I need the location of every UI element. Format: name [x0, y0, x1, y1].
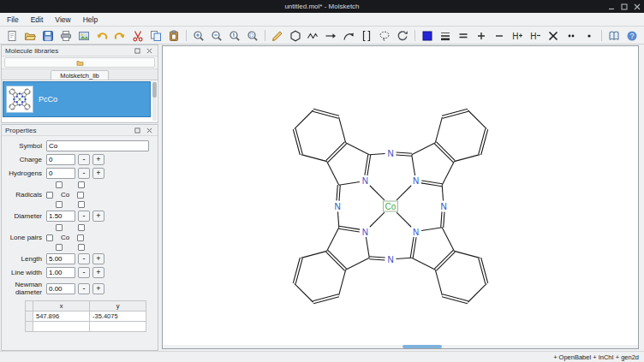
newman-decrement-button[interactable]: -	[78, 283, 90, 294]
radical-checkbox-left[interactable]	[46, 192, 53, 199]
coord-y-value[interactable]: -35.4075	[90, 312, 146, 322]
radical-checkbox-top-right[interactable]	[78, 181, 85, 188]
document-print-button[interactable]	[57, 28, 75, 44]
charge-plus-button[interactable]	[473, 28, 490, 44]
reaction-arrow-tool-button[interactable]	[322, 28, 339, 44]
line-width-row: Line width - +	[2, 267, 153, 278]
line-width-button[interactable]	[437, 28, 454, 44]
lone-pair-tool-button[interactable]	[563, 28, 580, 44]
undo-button[interactable]	[93, 28, 110, 44]
lone-pair-checkbox-right[interactable]	[77, 234, 84, 241]
diameter-input[interactable]	[46, 211, 75, 222]
library-list: PcCo	[2, 80, 158, 122]
radical-checkbox-right[interactable]	[77, 192, 84, 199]
minimize-icon[interactable]	[608, 3, 615, 10]
drawing-canvas[interactable]: CoNNNNNNNN	[162, 45, 639, 349]
delete-tool-button[interactable]	[545, 28, 562, 44]
color-swatch-button[interactable]	[419, 28, 436, 44]
library-path-button[interactable]	[4, 57, 155, 68]
charge-increment-button[interactable]: +	[92, 154, 104, 165]
tab-molsketch-lib[interactable]: Molsketch_lib	[51, 70, 108, 80]
lone-pair-checkbox-bottom-right[interactable]	[78, 244, 85, 251]
library-scrollbar[interactable]	[152, 81, 157, 121]
document-open-button[interactable]	[21, 28, 39, 44]
coord-x-value[interactable]: 547.896	[33, 312, 90, 322]
diameter-decrement-button[interactable]: -	[78, 211, 90, 222]
hydrogen-add-button[interactable]: H	[509, 28, 526, 44]
draw-tool-icon	[271, 30, 283, 42]
newman-diameter-label: Newman diameter	[2, 281, 46, 296]
newman-diameter-input[interactable]	[46, 283, 75, 294]
library-book-button[interactable]	[605, 28, 623, 44]
radical-checkbox-bottom-right[interactable]	[78, 201, 85, 208]
properties-float-button[interactable]	[133, 126, 142, 135]
radical-checkbox-bottom-left[interactable]	[56, 201, 63, 208]
hydrogens-increment-button[interactable]: +	[92, 168, 104, 179]
charge-input[interactable]	[46, 154, 75, 165]
properties-panel-header: Properties	[2, 125, 158, 136]
menu-edit[interactable]: Edit	[31, 15, 44, 24]
newman-increment-button[interactable]: +	[92, 283, 104, 294]
canvas-horizontal-scrollbar[interactable]	[163, 345, 638, 348]
menu-view[interactable]: View	[55, 15, 70, 24]
radical-tool-button[interactable]	[581, 28, 598, 44]
document-save-button[interactable]	[39, 28, 57, 44]
charge-decrement-button[interactable]: -	[78, 154, 90, 165]
document-new-button[interactable]	[3, 28, 21, 44]
svg-text:Co: Co	[385, 202, 397, 211]
charge-minus-button[interactable]	[491, 28, 508, 44]
lone-pair-checkbox-top-left[interactable]	[56, 224, 63, 231]
symbol-input[interactable]	[46, 140, 149, 151]
bond-order-button[interactable]	[455, 28, 472, 44]
radical-checkbox-top-left[interactable]	[56, 181, 63, 188]
close-icon[interactable]	[634, 3, 641, 10]
zoom-original-button[interactable]	[226, 28, 243, 44]
lone-pair-checkbox-bottom-left[interactable]	[56, 244, 63, 251]
hydrogens-input[interactable]	[46, 168, 75, 179]
draw-tool-button[interactable]	[269, 28, 286, 44]
maximize-icon[interactable]	[621, 3, 628, 10]
zoom-out-button[interactable]	[208, 28, 225, 44]
lasso-tool-button[interactable]	[376, 28, 393, 44]
app-window: { "window": { "title": "untitled.mol* - …	[0, 0, 644, 362]
zoom-fit-button[interactable]	[244, 28, 261, 44]
molecule-drawing[interactable]: CoNNNNNNNN	[163, 46, 638, 347]
paste-button[interactable]	[165, 28, 182, 44]
left-dock: Molecule libraries Molsketch_lib	[0, 45, 160, 351]
library-close-button[interactable]	[145, 46, 154, 56]
bracket-tool-button[interactable]	[358, 28, 375, 44]
color-swatch-icon	[421, 30, 433, 42]
length-decrement-button[interactable]: -	[78, 253, 90, 264]
library-item-pcco[interactable]: PcCo	[3, 81, 151, 117]
ring-tool-button[interactable]	[287, 28, 304, 44]
diameter-increment-button[interactable]: +	[92, 211, 104, 222]
image-export-button[interactable]	[75, 28, 92, 44]
redo-button[interactable]	[111, 28, 128, 44]
svg-text:N: N	[334, 202, 340, 211]
chain-tool-button[interactable]	[305, 28, 322, 44]
properties-close-button[interactable]	[145, 126, 154, 135]
charge-minus-icon	[493, 30, 505, 42]
cut-button[interactable]	[129, 28, 146, 44]
copy-button[interactable]	[147, 28, 164, 44]
line-width-increment-button[interactable]: +	[92, 267, 104, 278]
hydrogens-decrement-button[interactable]: -	[78, 168, 90, 179]
menu-file[interactable]: File	[7, 15, 19, 24]
line-width-input[interactable]	[46, 267, 75, 278]
mechanism-arrow-tool-icon	[343, 30, 355, 42]
help-about-button[interactable]: ?	[623, 28, 641, 44]
menu-help[interactable]: Help	[83, 15, 98, 24]
document-open-icon	[24, 30, 36, 42]
hydrogen-remove-button[interactable]: H	[527, 28, 544, 44]
lone-pair-checkbox-top-right[interactable]	[78, 224, 85, 231]
toolbar-separator	[414, 30, 415, 41]
library-float-button[interactable]	[133, 46, 142, 56]
mechanism-arrow-tool-button[interactable]	[340, 28, 357, 44]
zoom-in-button[interactable]	[190, 28, 207, 44]
length-input[interactable]	[46, 253, 75, 264]
line-width-icon	[439, 30, 451, 42]
line-width-decrement-button[interactable]: -	[78, 267, 90, 278]
length-increment-button[interactable]: +	[92, 253, 104, 264]
rotate-tool-button[interactable]	[394, 28, 411, 44]
lone-pair-checkbox-left[interactable]	[46, 234, 53, 241]
